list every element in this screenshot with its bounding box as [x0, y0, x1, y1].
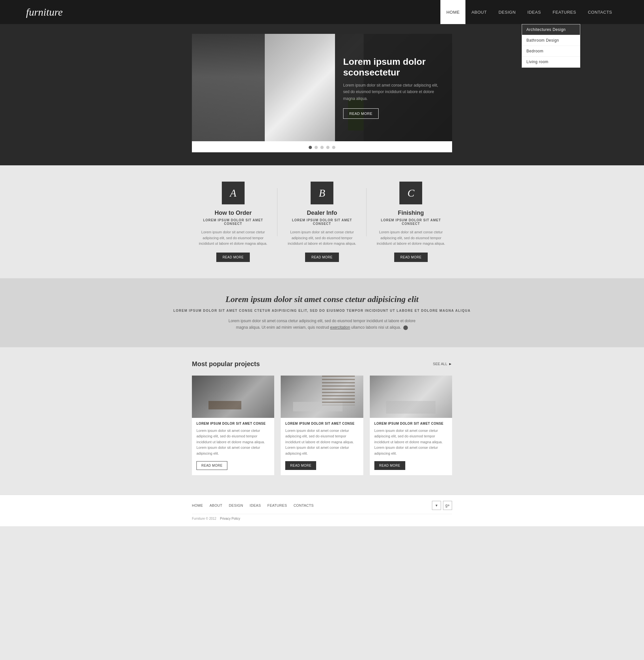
hero-dot-5[interactable]	[332, 146, 335, 149]
project-card-2: LOREM IPSUM DOLOR SIT AMET CONSE Lorem i…	[281, 376, 363, 475]
project-btn-3[interactable]: READ MORE	[374, 461, 405, 470]
quote-link[interactable]: exercitation	[330, 325, 350, 330]
project-image-3	[370, 376, 452, 418]
project-btn-1[interactable]: READ MORE	[197, 461, 227, 470]
hero-dots	[192, 141, 452, 152]
footer-link-features[interactable]: FEATURES	[267, 504, 287, 507]
card-title-1: How to Order	[215, 210, 252, 216]
info-cards: A How to Order LOREM IPSUM DOLOR SIT AME…	[192, 182, 452, 262]
ideas-dropdown: Architectures Design Bathroom Design Bed…	[522, 24, 580, 68]
footer-link-home[interactable]: HOME	[192, 504, 203, 507]
hero-read-more-button[interactable]: READ MORE	[343, 108, 378, 119]
project-info-1: LOREM IPSUM DOLOR SIT AMET CONSE Lorem i…	[192, 418, 274, 475]
project-card-1: LOREM IPSUM DOLOR SIT AMET CONSE Lorem i…	[192, 376, 274, 475]
card-btn-3[interactable]: READ MORE	[394, 252, 428, 262]
see-all-link[interactable]: SEE ALL ►	[433, 362, 452, 366]
project-card-3: LOREM IPSUM DOLOR SIT AMET CONSE Lorem i…	[370, 376, 452, 475]
card-btn-2[interactable]: READ MORE	[305, 252, 339, 262]
card-title-3: Finishing	[398, 210, 424, 216]
nav-ideas[interactable]: IDEAS Architectures Design Bathroom Desi…	[522, 0, 547, 24]
footer-privacy-link[interactable]: Privacy Policy	[220, 517, 240, 521]
hero-desc: Lorem ipsum dolor sit amet conse ctetur …	[343, 82, 442, 102]
card-icon-c: C	[399, 182, 422, 204]
nav-about[interactable]: ABOUT	[465, 0, 492, 24]
dropdown-bedroom[interactable]: Bedroom	[522, 46, 580, 57]
card-desc-3: Lorem ipsum dolor sit amet conse ctetur …	[373, 229, 449, 247]
nav-contacts[interactable]: CONTACTS	[582, 0, 618, 24]
project-label-1: LOREM IPSUM DOLOR SIT AMET CONSE	[197, 422, 270, 425]
card-btn-1[interactable]: READ MORE	[216, 252, 250, 262]
hero-overlay: Lorem ipsum dolor sconsectetur Lorem ips…	[335, 34, 452, 141]
footer-inner: HOME ABOUT DESIGN IDEAS FEATURES CONTACT…	[192, 501, 452, 521]
info-card-3: C Finishing LOREM IPSUM DOLOR SIT AMET C…	[370, 182, 452, 262]
main-nav: HOME ABOUT DESIGN IDEAS Architectures De…	[440, 0, 618, 24]
see-all-arrow-icon: ►	[448, 362, 452, 366]
nav-design[interactable]: DESIGN	[493, 0, 522, 24]
footer-nav: HOME ABOUT DESIGN IDEAS FEATURES CONTACT…	[192, 501, 452, 514]
room-desk-1	[208, 401, 242, 410]
project-image-2	[281, 376, 363, 418]
card-desc-1: Lorem ipsum dolor sit amet conse ctetur …	[195, 229, 271, 247]
projects-grid: LOREM IPSUM DOLOR SIT AMET CONSE Lorem i…	[192, 376, 452, 475]
nav-features[interactable]: FEATURES	[547, 0, 582, 24]
footer: HOME ABOUT DESIGN IDEAS FEATURES CONTACT…	[0, 495, 644, 526]
card-title-2: Dealer Info	[307, 210, 337, 216]
project-image-1	[192, 376, 274, 418]
card-subtitle-1: LOREM IPSUM DOLOR SIT AMET CONSECT	[195, 218, 271, 225]
footer-social: ▾ g+	[432, 501, 452, 510]
info-section: A How to Order LOREM IPSUM DOLOR SIT AME…	[0, 165, 644, 278]
hero-inner: Lorem ipsum dolor sconsectetur Lorem ips…	[192, 34, 452, 152]
footer-copyright: Furniture © 2012 Privacy Policy	[192, 517, 452, 521]
footer-nav-links: HOME ABOUT DESIGN IDEAS FEATURES CONTACT…	[192, 504, 314, 507]
quote-desc: Lorem ipsum dolor sit amet consa ctetur …	[225, 317, 419, 331]
logo: furniture	[26, 6, 63, 18]
hero-person	[192, 34, 270, 141]
info-card-1: A How to Order LOREM IPSUM DOLOR SIT AME…	[192, 182, 274, 262]
dropdown-architectures[interactable]: Architectures Design	[522, 24, 580, 35]
project-text-1: Lorem ipsum dolor sit amet conse ctetur …	[197, 428, 270, 457]
project-info-2: LOREM IPSUM DOLOR SIT AMET CONSE Lorem i…	[281, 418, 363, 475]
footer-link-ideas[interactable]: IDEAS	[250, 504, 261, 507]
project-label-2: LOREM IPSUM DOLOR SIT AMET CONSE	[285, 422, 359, 425]
hero-dot-2[interactable]	[315, 146, 318, 149]
footer-link-about[interactable]: ABOUT	[209, 504, 222, 507]
projects-section: Most popular projects SEE ALL ► LOREM IP…	[0, 347, 644, 495]
card-icon-b: B	[310, 182, 334, 204]
footer-link-contacts[interactable]: CONTACTS	[293, 504, 314, 507]
hero-dot-4[interactable]	[326, 146, 329, 149]
hero-dot-3[interactable]	[320, 146, 324, 149]
quote-subtitle: LOREM IPSUM DOLOR SIT AMET CONSE CTETUR …	[26, 309, 618, 312]
project-info-3: LOREM IPSUM DOLOR SIT AMET CONSE Lorem i…	[370, 418, 452, 475]
footer-link-design[interactable]: DESIGN	[229, 504, 243, 507]
social-btn-dropdown[interactable]: ▾	[432, 501, 441, 510]
projects-header: Most popular projects SEE ALL ►	[192, 360, 452, 368]
room-blinds-2	[322, 376, 355, 405]
quote-icon	[403, 326, 408, 330]
project-text-3: Lorem ipsum dolor sit amet conse ctetur …	[374, 428, 447, 457]
card-subtitle-3: LOREM IPSUM DOLOR SIT AMET CONSECT	[373, 218, 449, 225]
nav-home[interactable]: HOME	[440, 0, 465, 24]
social-btn-google[interactable]: g+	[443, 501, 452, 510]
projects-title: Most popular projects	[192, 360, 260, 368]
info-card-2: B Dealer Info LOREM IPSUM DOLOR SIT AMET…	[281, 182, 363, 262]
hero-image: Lorem ipsum dolor sconsectetur Lorem ips…	[192, 34, 452, 141]
project-text-2: Lorem ipsum dolor sit amet conse ctetur …	[285, 428, 359, 457]
dropdown-bathroom[interactable]: Bathroom Design	[522, 35, 580, 46]
room-chairs-3	[386, 401, 436, 414]
project-label-3: LOREM IPSUM DOLOR SIT AMET CONSE	[374, 422, 447, 425]
card-desc-2: Lorem ipsum dolor sit amet conse ctetur …	[284, 229, 360, 247]
quote-section: Lorem ipsum dolor sit amet conse ctetur …	[0, 278, 644, 347]
dropdown-living-room[interactable]: Living room	[522, 57, 580, 67]
hero-dot-1[interactable]	[309, 146, 312, 149]
card-subtitle-2: LOREM IPSUM DOLOR SIT AMET CONSECT	[284, 218, 360, 225]
card-icon-a: A	[222, 182, 245, 204]
hero-title: Lorem ipsum dolor sconsectetur	[343, 56, 442, 78]
header: furniture HOME ABOUT DESIGN IDEAS Archit…	[0, 0, 644, 24]
project-btn-2[interactable]: READ MORE	[285, 461, 316, 470]
quote-title: Lorem ipsum dolor sit amet conse ctetur …	[26, 294, 618, 304]
